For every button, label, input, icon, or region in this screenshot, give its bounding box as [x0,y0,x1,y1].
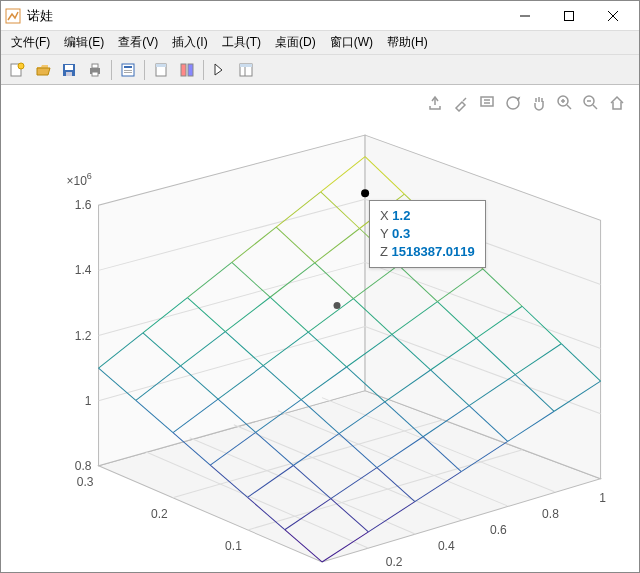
datatip-z-label: Z [380,244,388,259]
datatip-z-value: 1518387.0119 [392,244,475,259]
minimize-button[interactable] [503,2,547,30]
z-tick: 0.8 [75,459,92,473]
z-tick: 1.6 [75,198,92,212]
figure-area: 0.8 1 1.2 1.4 1.6 ×106 0.3 0.2 0.1 0 [1,85,639,572]
property-editor-button[interactable] [234,58,258,82]
svg-rect-2 [565,11,574,20]
toolbar-separator [203,60,204,80]
z-tick: 1 [85,394,92,408]
x-tick: 0 [339,571,346,572]
colorbar-button[interactable] [175,58,199,82]
datatip-marker[interactable] [361,189,369,197]
open-button[interactable] [31,58,55,82]
toolbar [1,55,639,85]
app-icon [5,8,21,24]
axes-3d[interactable]: 0.8 1 1.2 1.4 1.6 ×106 0.3 0.2 0.1 0 [1,85,639,572]
titlebar: 诺娃 [1,1,639,31]
x-tick: 1 [599,491,606,505]
edit-plot-button[interactable] [208,58,232,82]
svg-rect-23 [240,64,252,67]
menubar: 文件(F) 编辑(E) 查看(V) 插入(I) 工具(T) 桌面(D) 窗口(W… [1,31,639,55]
close-button[interactable] [591,2,635,30]
menu-edit[interactable]: 编辑(E) [58,32,110,53]
x-tick: 0.2 [386,555,403,569]
maximize-button[interactable] [547,2,591,30]
link-plot-button[interactable] [149,58,173,82]
z-tick: 1.4 [75,263,92,277]
menu-file[interactable]: 文件(F) [5,32,56,53]
menu-help[interactable]: 帮助(H) [381,32,434,53]
datatip[interactable]: X 1.2 Y 0.3 Z 1518387.0119 [369,200,486,268]
toolbar-separator [144,60,145,80]
svg-rect-17 [124,72,132,73]
x-tick: 0.8 [542,507,559,521]
menu-insert[interactable]: 插入(I) [166,32,213,53]
svg-rect-12 [92,64,98,68]
datatip-y-value: 0.3 [392,226,410,241]
z-exponent: ×106 [66,171,91,188]
datatip-x-label: X [380,208,389,223]
svg-rect-21 [188,64,193,76]
print-button[interactable] [83,58,107,82]
figure-window: 诺娃 文件(F) 编辑(E) 查看(V) 插入(I) 工具(T) 桌面(D) 窗… [0,0,640,573]
datatip-marker-secondary[interactable] [334,302,341,309]
print-preview-button[interactable] [116,58,140,82]
datatip-x-value: 1.2 [392,208,410,223]
menu-window[interactable]: 窗口(W) [324,32,379,53]
toolbar-separator [111,60,112,80]
y-tick: 0.2 [151,507,168,521]
x-tick: 0.4 [438,539,455,553]
window-title: 诺娃 [27,7,503,25]
svg-rect-9 [65,65,73,70]
x-tick: 0.6 [490,523,507,537]
menu-tools[interactable]: 工具(T) [216,32,267,53]
y-tick: 0.1 [225,539,242,553]
svg-rect-20 [181,64,186,76]
svg-point-7 [18,63,24,69]
svg-rect-15 [124,66,132,68]
svg-rect-13 [92,72,98,76]
menu-view[interactable]: 查看(V) [112,32,164,53]
menu-desktop[interactable]: 桌面(D) [269,32,322,53]
new-figure-button[interactable] [5,58,29,82]
y-tick: 0.3 [77,475,94,489]
svg-rect-19 [156,64,166,67]
y-tick: 0 [309,571,316,572]
datatip-y-label: Y [380,226,388,241]
svg-rect-16 [124,70,132,71]
save-button[interactable] [57,58,81,82]
svg-rect-10 [66,72,72,76]
z-tick: 1.2 [75,329,92,343]
